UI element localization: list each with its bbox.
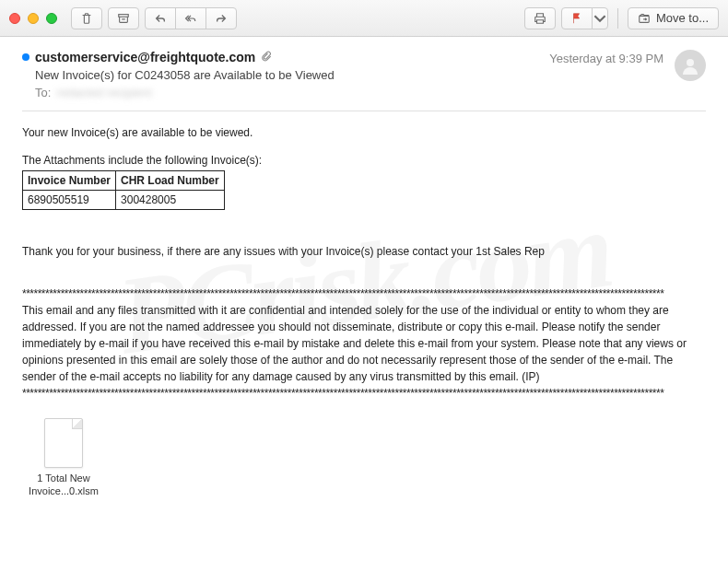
svg-point-2: [687, 59, 694, 66]
titlebar: Move to...: [0, 0, 728, 37]
body-thankyou: Thank you for your business, if there ar…: [22, 243, 706, 260]
to-line: To: redacted recipient: [35, 86, 549, 99]
email-subject: New Invoice(s) for C0243058 are Availabl…: [35, 68, 549, 82]
maximize-window-button[interactable]: [46, 13, 57, 24]
toolbar-divider: [617, 8, 618, 29]
window-controls: [9, 13, 57, 24]
archive-icon: [117, 12, 130, 25]
attachments-caption: The Attachments include the following In…: [22, 152, 706, 169]
flag-button[interactable]: [561, 7, 593, 29]
separator-stars-bottom: ****************************************…: [22, 385, 706, 402]
to-label: To:: [35, 86, 51, 99]
header-divider: [22, 111, 706, 111]
person-icon: [679, 54, 701, 76]
cell-invoice: 6890505519: [23, 191, 116, 210]
email-header: customerservice@freightquote.com New Inv…: [22, 50, 706, 99]
flag-icon: [570, 12, 583, 25]
reply-group: [145, 7, 237, 29]
flag-dropdown-button[interactable]: [592, 7, 608, 29]
print-button[interactable]: [524, 7, 556, 29]
paperclip-icon: [261, 51, 272, 64]
body-intro: Your new Invoice(s) are available to be …: [22, 124, 706, 141]
file-icon: [44, 418, 83, 468]
move-to-label: Move to...: [656, 11, 709, 25]
moveto-icon: [638, 12, 651, 25]
minimize-window-button[interactable]: [28, 13, 39, 24]
attachment-filename: 1 Total New Invoice...0.xlsm: [22, 472, 105, 498]
printer-icon: [534, 12, 546, 25]
toolbar: Move to...: [71, 7, 719, 29]
mail-window: Move to... PCrisk.com customerservice@fr…: [0, 0, 728, 583]
invoice-table: Invoice Number CHR Load Number 689050551…: [22, 170, 225, 210]
close-window-button[interactable]: [9, 13, 20, 24]
trash-icon: [80, 12, 93, 25]
forward-icon: [215, 12, 228, 25]
reply-all-icon: [184, 12, 197, 25]
delete-button[interactable]: [71, 7, 102, 29]
to-value: redacted recipient: [56, 86, 151, 99]
email-content: PCrisk.com customerservice@freightquote.…: [0, 37, 728, 583]
reply-all-button[interactable]: [175, 7, 206, 29]
archive-button[interactable]: [108, 7, 139, 29]
move-to-button[interactable]: Move to...: [628, 7, 719, 29]
cell-load: 300428005: [116, 191, 225, 210]
table-header-row: Invoice Number CHR Load Number: [23, 171, 225, 191]
col-load-number: CHR Load Number: [116, 171, 225, 191]
attachment-file[interactable]: 1 Total New Invoice...0.xlsm: [22, 418, 105, 498]
body-disclaimer: This email and any files transmitted wit…: [22, 302, 706, 385]
attachments-area: 1 Total New Invoice...0.xlsm: [22, 418, 706, 498]
forward-button[interactable]: [205, 7, 237, 29]
timestamp: Yesterday at 9:39 PM: [549, 52, 663, 65]
separator-stars-top: ****************************************…: [22, 286, 706, 302]
chevron-down-icon: [593, 12, 606, 25]
flag-group: [561, 7, 608, 29]
sender-address[interactable]: customerservice@freightquote.com: [35, 50, 255, 64]
reply-icon: [154, 12, 167, 25]
unread-indicator: [22, 53, 29, 61]
reply-button[interactable]: [145, 7, 176, 29]
col-invoice-number: Invoice Number: [23, 171, 116, 191]
avatar: [675, 50, 706, 81]
table-row: 6890505519 300428005: [23, 191, 225, 210]
email-body: Your new Invoice(s) are available to be …: [22, 124, 706, 402]
svg-rect-0: [119, 14, 129, 17]
